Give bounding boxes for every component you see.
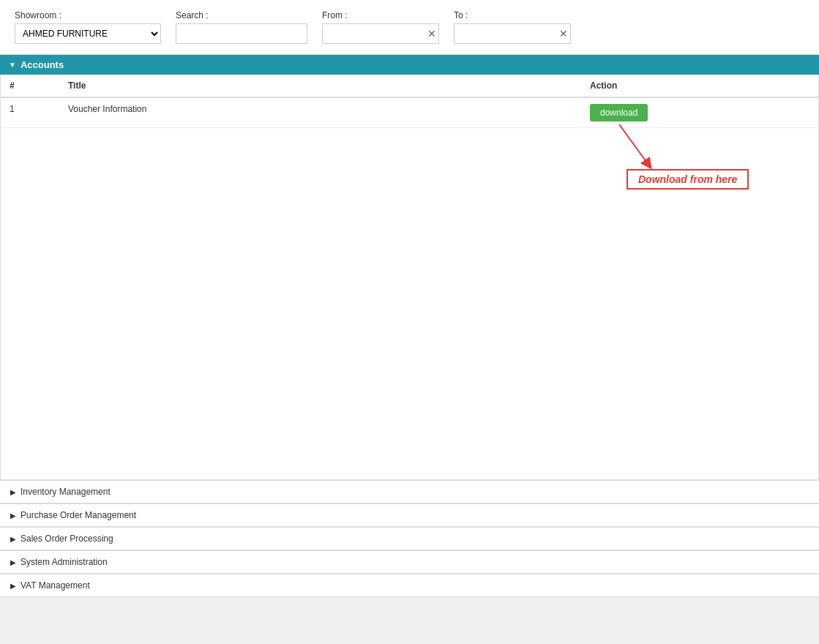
to-label: To : xyxy=(454,10,571,20)
showroom-group: Showroom : AHMED FURNITURE xyxy=(15,10,161,44)
search-input[interactable] xyxy=(176,23,307,44)
row-num: 1 xyxy=(10,104,68,114)
section-vat: ▶ VAT Management xyxy=(0,574,819,597)
to-date-wrap: 07 / 31 / 2021 ✕ xyxy=(454,23,571,44)
from-label: From : xyxy=(322,10,439,20)
showroom-label: Showroom : xyxy=(15,10,161,20)
section-vat-label: VAT Management xyxy=(20,580,90,591)
section-sales-label: Sales Order Processing xyxy=(20,533,113,544)
download-button[interactable]: download xyxy=(590,104,648,121)
to-date-clear-btn[interactable]: ✕ xyxy=(559,29,568,39)
from-date-clear-btn[interactable]: ✕ xyxy=(427,29,436,39)
from-group: From : 07 / 01 / 2021 ✕ xyxy=(322,10,439,44)
col-header-title: Title xyxy=(68,80,590,91)
section-sales-header[interactable]: ▶ Sales Order Processing xyxy=(0,528,819,550)
section-inventory-label: Inventory Management xyxy=(20,487,111,497)
section-system-arrow: ▶ xyxy=(10,558,16,566)
showroom-select[interactable]: AHMED FURNITURE xyxy=(15,23,161,44)
section-vat-header[interactable]: ▶ VAT Management xyxy=(0,574,819,597)
section-purchase-label: Purchase Order Management xyxy=(20,510,136,520)
col-header-num: # xyxy=(10,80,68,91)
content-area xyxy=(1,128,818,479)
section-purchase: ▶ Purchase Order Management xyxy=(0,503,819,527)
to-group: To : 07 / 31 / 2021 ✕ xyxy=(454,10,571,44)
section-inventory-arrow: ▶ xyxy=(10,488,16,496)
section-purchase-header[interactable]: ▶ Purchase Order Management xyxy=(0,504,819,527)
accounts-section-content: # Title Action 1 Voucher Information dow… xyxy=(0,75,819,480)
accounts-section-header[interactable]: ▼ Accounts xyxy=(0,55,819,75)
section-system-header[interactable]: ▶ System Administration xyxy=(0,551,819,574)
section-purchase-arrow: ▶ xyxy=(10,512,16,520)
filter-bar: Showroom : AHMED FURNITURE Search : From… xyxy=(0,0,819,55)
col-header-action: Action xyxy=(590,80,809,91)
main-container: Showroom : AHMED FURNITURE Search : From… xyxy=(0,0,819,597)
section-system: ▶ System Administration xyxy=(0,550,819,574)
table-row: 1 Voucher Information download xyxy=(1,98,818,128)
row-action: download Download from here xyxy=(590,104,809,121)
search-group: Search : xyxy=(176,10,307,44)
section-sales: ▶ Sales Order Processing xyxy=(0,527,819,550)
to-date-input[interactable]: 07 / 31 / 2021 xyxy=(454,23,571,44)
table-header: # Title Action xyxy=(1,75,818,98)
accounts-collapse-arrow: ▼ xyxy=(9,61,16,69)
search-label: Search : xyxy=(176,10,307,20)
section-inventory-header[interactable]: ▶ Inventory Management xyxy=(0,481,819,503)
section-system-label: System Administration xyxy=(20,557,108,567)
section-vat-arrow: ▶ xyxy=(10,582,16,590)
row-title: Voucher Information xyxy=(68,104,590,114)
bottom-sections: ▶ Inventory Management ▶ Purchase Order … xyxy=(0,480,819,597)
from-date-wrap: 07 / 01 / 2021 ✕ xyxy=(322,23,439,44)
section-inventory: ▶ Inventory Management xyxy=(0,480,819,503)
section-sales-arrow: ▶ xyxy=(10,535,16,543)
from-date-input[interactable]: 07 / 01 / 2021 xyxy=(322,23,439,44)
accounts-section-label: Accounts xyxy=(20,59,64,70)
